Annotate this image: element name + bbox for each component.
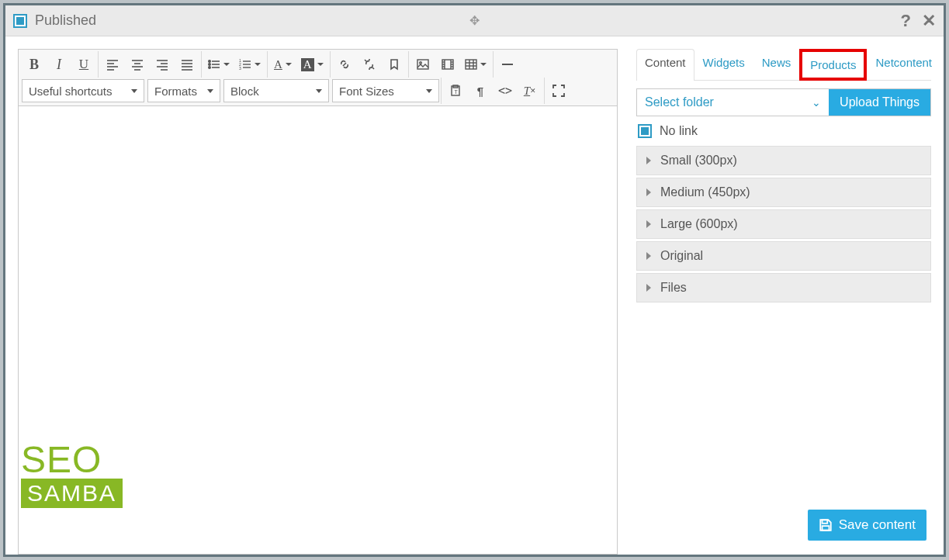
- show-invisible-button[interactable]: ¶: [469, 79, 492, 102]
- acc-files[interactable]: Files: [636, 273, 931, 302]
- folder-placeholder: Select folder: [645, 95, 714, 109]
- acc-medium[interactable]: Medium (450px): [636, 178, 931, 207]
- acc-original[interactable]: Original: [636, 241, 931, 271]
- help-icon[interactable]: ?: [901, 11, 911, 31]
- editor-window: Published ✥ ? ✕ B I U: [3, 3, 946, 557]
- content-area: B I U 123 A: [5, 36, 944, 555]
- tab-netcontent[interactable]: Netcontent: [867, 49, 940, 81]
- move-handle-icon[interactable]: ✥: [469, 13, 480, 28]
- text-color-button[interactable]: A: [270, 53, 296, 76]
- formats-select[interactable]: Formats: [147, 79, 220, 102]
- fullscreen-button[interactable]: [547, 79, 570, 102]
- align-left-button[interactable]: [101, 53, 124, 76]
- image-button[interactable]: [411, 53, 435, 76]
- align-justify-button[interactable]: [175, 53, 199, 76]
- save-content-button[interactable]: Save content: [808, 510, 926, 541]
- table-button[interactable]: [461, 53, 490, 76]
- svg-rect-49: [822, 526, 829, 531]
- bookmark-button[interactable]: [383, 53, 406, 76]
- unlink-button[interactable]: [358, 53, 381, 76]
- tab-products[interactable]: Products: [799, 49, 867, 81]
- svg-rect-48: [822, 520, 827, 524]
- bullet-list-button[interactable]: [204, 53, 234, 76]
- svg-point-17: [209, 64, 210, 65]
- align-center-button[interactable]: [126, 53, 149, 76]
- side-tabs: Content Widgets News Products Netcontent: [636, 49, 931, 81]
- acc-large[interactable]: Large (600px): [636, 209, 931, 239]
- italic-button[interactable]: I: [47, 53, 71, 76]
- caret-right-icon: [646, 157, 651, 164]
- svg-point-16: [209, 60, 210, 62]
- svg-text:3: 3: [239, 66, 241, 71]
- no-link-row: No link: [636, 116, 931, 144]
- svg-rect-39: [466, 60, 476, 69]
- horizontal-rule-button[interactable]: [496, 53, 519, 76]
- chevron-down-icon: ⌄: [812, 96, 821, 109]
- accordion-list: Small (300px) Medium (450px) Large (600p…: [636, 146, 931, 302]
- clear-formatting-button[interactable]: T✕: [518, 79, 542, 102]
- published-checkbox[interactable]: [13, 14, 27, 28]
- svg-point-29: [419, 62, 421, 64]
- svg-text:T: T: [455, 89, 459, 95]
- rte-toolbar: B I U 123 A: [18, 49, 618, 106]
- save-icon: [819, 518, 833, 532]
- tab-news[interactable]: News: [753, 49, 800, 81]
- caret-right-icon: [646, 252, 651, 260]
- paste-text-button[interactable]: T: [444, 79, 467, 102]
- numbered-list-button[interactable]: 123: [235, 53, 265, 76]
- footer: Save content: [808, 510, 926, 541]
- link-button[interactable]: [333, 53, 356, 76]
- upload-button[interactable]: Upload Things: [829, 89, 930, 116]
- logo-bottom: SAMBA: [21, 479, 123, 508]
- acc-small[interactable]: Small (300px): [636, 146, 931, 175]
- align-right-button[interactable]: [151, 53, 174, 76]
- folder-row: Select folder ⌄ Upload Things: [636, 88, 931, 116]
- bold-button[interactable]: B: [23, 53, 46, 76]
- background-color-button[interactable]: A: [297, 53, 327, 76]
- no-link-checkbox[interactable]: [638, 124, 652, 138]
- titlebar: Published ✥ ? ✕: [5, 5, 944, 36]
- side-panel: Content Widgets News Products Netcontent…: [636, 49, 931, 555]
- media-button[interactable]: [436, 53, 459, 76]
- caret-right-icon: [646, 220, 651, 228]
- logo-top: SEO: [21, 441, 123, 479]
- folder-select[interactable]: Select folder ⌄: [637, 89, 829, 116]
- seosamba-logo: SEO SAMBA: [21, 441, 123, 508]
- svg-point-18: [209, 67, 210, 68]
- tab-widgets[interactable]: Widgets: [694, 49, 753, 81]
- no-link-label: No link: [660, 124, 698, 138]
- block-select[interactable]: Block: [223, 79, 329, 102]
- underline-button[interactable]: U: [72, 53, 95, 76]
- window-title: Published: [35, 12, 96, 29]
- caret-right-icon: [646, 188, 651, 196]
- caret-right-icon: [646, 284, 651, 292]
- font-sizes-select[interactable]: Font Sizes: [332, 79, 439, 102]
- shortcuts-select[interactable]: Useful shortcuts: [22, 79, 144, 102]
- svg-rect-28: [417, 60, 428, 69]
- tab-content[interactable]: Content: [636, 49, 694, 81]
- source-code-button[interactable]: <>: [494, 79, 517, 102]
- close-icon[interactable]: ✕: [922, 11, 936, 31]
